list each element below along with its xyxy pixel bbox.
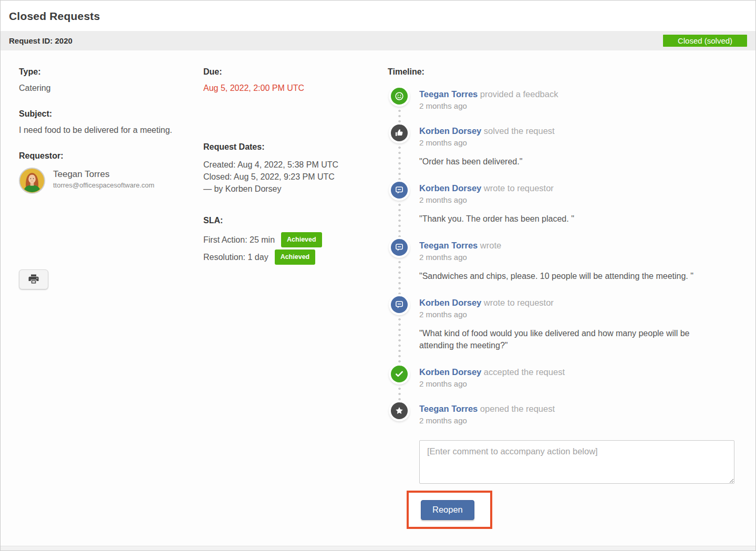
timeline-entry: Teegan Torres opened the request 2 month… bbox=[391, 402, 739, 425]
due-value: Aug 5, 2022, 2:00 PM UTC bbox=[203, 84, 385, 93]
type-label: Type: bbox=[19, 67, 192, 77]
timeline-action-text: wrote to requestor bbox=[481, 183, 554, 193]
timeline-entry: Korben Dorsey wrote to requestor 2 month… bbox=[391, 182, 739, 225]
timeline-action-text: accepted the request bbox=[481, 367, 565, 377]
status-badge: Closed (solved) bbox=[663, 35, 747, 47]
sla-first-action-row: First Action: 25 min Achieved bbox=[203, 232, 385, 247]
timeline-action-text: solved the request bbox=[481, 126, 554, 136]
timeline-quote: "Order has been delivered." bbox=[419, 155, 555, 168]
timeline-timestamp: 2 months ago bbox=[419, 138, 555, 147]
created-date: Created: Aug 4, 2022, 5:38 PM UTC bbox=[203, 159, 385, 171]
printer-icon bbox=[27, 273, 40, 287]
sla-resolution-text: Resolution: 1 day bbox=[203, 251, 268, 264]
star-icon bbox=[391, 402, 408, 419]
timeline-quote: "Thank you. The order has been placed. " bbox=[419, 213, 574, 225]
avatar bbox=[19, 168, 45, 194]
page-title: Closed Requests bbox=[9, 10, 747, 23]
timeline-timestamp: 2 months ago bbox=[419, 416, 555, 425]
comment-icon bbox=[391, 296, 408, 313]
subject-label: Subject: bbox=[19, 109, 192, 119]
requestor-label: Requestor: bbox=[19, 151, 192, 161]
timeline-timestamp: 2 months ago bbox=[419, 101, 558, 110]
comment-icon bbox=[391, 182, 408, 199]
reopen-button[interactable]: Reopen bbox=[421, 500, 474, 520]
timeline-timestamp: 2 months ago bbox=[419, 253, 693, 262]
timeline-quote: "What kind of food would you like delive… bbox=[419, 327, 721, 351]
page-header: Closed Requests bbox=[1, 1, 755, 31]
timeline-action-text: wrote bbox=[478, 241, 501, 250]
timeline-entry: Korben Dorsey wrote to requestor 2 month… bbox=[391, 296, 739, 351]
timeline-actor-link[interactable]: Korben Dorsey bbox=[419, 126, 481, 136]
requestor-card: Teegan Torres ttorres@officespacesoftwar… bbox=[19, 168, 192, 194]
timeline-action-text: opened the request bbox=[478, 404, 555, 413]
timeline-connector-dots bbox=[398, 260, 401, 298]
timeline-timestamp: 2 months ago bbox=[419, 310, 721, 319]
timeline-timestamp: 2 months ago bbox=[419, 195, 574, 204]
timeline-connector-dots bbox=[398, 317, 401, 368]
timeline-connector-dots bbox=[398, 203, 401, 241]
timeline-quote: "Sandwiches and chips, please. 10 people… bbox=[419, 270, 693, 282]
sla-resolution-badge: Achieved bbox=[275, 249, 316, 265]
request-summary-column: Type: Catering Subject: I need food to b… bbox=[19, 67, 192, 210]
reopen-highlight-box: Reopen bbox=[407, 491, 492, 529]
thumbs-up-icon bbox=[391, 124, 408, 141]
timeline-connector-dots bbox=[398, 387, 401, 404]
timeline-actor-link[interactable]: Teegan Torres bbox=[419, 404, 478, 413]
closed-by: — by Korben Dorsey bbox=[203, 183, 385, 195]
timeline-connector-dots bbox=[398, 145, 401, 184]
request-dates-label: Request Dates: bbox=[203, 142, 385, 152]
timeline-timestamp: 2 months ago bbox=[419, 379, 565, 388]
requestor-name: Teegan Torres bbox=[53, 169, 154, 180]
timeline-entry: Teegan Torres provided a feedback 2 mont… bbox=[391, 88, 739, 110]
timeline-entries: Teegan Torres provided a feedback 2 mont… bbox=[388, 88, 739, 425]
timeline-entry: Korben Dorsey accepted the request 2 mon… bbox=[391, 366, 739, 388]
closed-requests-page: Closed Requests Request ID: 2020 Closed … bbox=[0, 0, 756, 551]
timeline-connector-dots bbox=[398, 109, 401, 127]
sla-first-action-text: First Action: 25 min bbox=[203, 234, 275, 246]
timeline-entry: Teegan Torres wrote 2 months ago "Sandwi… bbox=[391, 239, 739, 282]
comment-icon bbox=[391, 239, 408, 256]
timeline-actor-link[interactable]: Korben Dorsey bbox=[419, 298, 481, 307]
timeline-actor-link[interactable]: Teegan Torres bbox=[419, 89, 478, 99]
subject-value: I need food to be delivered for a meetin… bbox=[19, 126, 192, 135]
timeline-action-text: provided a feedback bbox=[478, 89, 558, 99]
check-icon bbox=[391, 366, 408, 382]
sla-first-action-badge: Achieved bbox=[281, 232, 322, 247]
request-id-bar: Request ID: 2020 Closed (solved) bbox=[1, 31, 755, 50]
request-detail-content: Type: Catering Subject: I need food to b… bbox=[1, 50, 755, 545]
timeline-label: Timeline: bbox=[388, 67, 739, 77]
request-dates-column: Due: Aug 5, 2022, 2:00 PM UTC Request Da… bbox=[203, 67, 385, 281]
timeline-actor-link[interactable]: Korben Dorsey bbox=[419, 367, 481, 377]
request-id-label: Request ID: 2020 bbox=[9, 36, 73, 45]
smiley-icon bbox=[391, 88, 408, 105]
timeline-actor-link[interactable]: Korben Dorsey bbox=[419, 183, 481, 193]
footer-strip bbox=[1, 546, 755, 550]
sla-label: SLA: bbox=[203, 216, 385, 225]
requestor-email: ttorres@officespacesoftware.com bbox=[53, 181, 154, 189]
timeline-column: Timeline: Teegan Torres provided a feedb… bbox=[388, 67, 739, 529]
sla-resolution-row: Resolution: 1 day Achieved bbox=[203, 249, 385, 265]
comment-input[interactable] bbox=[419, 440, 734, 484]
timeline-actor-link[interactable]: Teegan Torres bbox=[419, 241, 478, 250]
timeline-action-text: wrote to requestor bbox=[481, 298, 554, 307]
type-value: Catering bbox=[19, 84, 192, 93]
due-label: Due: bbox=[203, 67, 385, 77]
print-button[interactable] bbox=[19, 269, 48, 289]
closed-date: Closed: Aug 5, 2022, 9:23 PM UTC bbox=[203, 171, 385, 183]
timeline-entry: Korben Dorsey solved the request 2 month… bbox=[391, 124, 739, 168]
